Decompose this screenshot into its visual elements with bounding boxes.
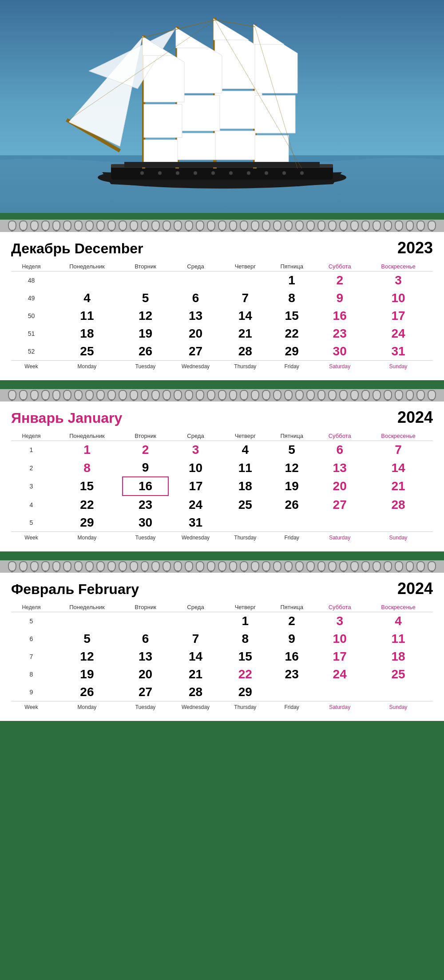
day-cell: 20 <box>316 477 364 496</box>
week-num: 5 <box>11 514 52 532</box>
week-num: 51 <box>11 325 52 342</box>
dec-month-en: December <box>75 240 143 256</box>
day-cell: 1 <box>223 612 268 630</box>
day-cell: 26 <box>268 496 316 514</box>
day-cell: 30 <box>123 514 168 532</box>
day-cell: 24 <box>364 325 433 342</box>
feb-th-mon: Понедельник <box>52 602 123 612</box>
day-cell-highlighted: 16 <box>123 477 168 496</box>
svg-point-20 <box>300 171 304 175</box>
jan-th-wed: Среда <box>168 431 223 441</box>
day-cell: 2 <box>316 272 364 290</box>
day-cell: 12 <box>268 459 316 477</box>
table-row: 2 8 9 10 11 12 13 14 <box>11 459 433 477</box>
day-cell: 24 <box>168 496 223 514</box>
day-name-sun: Sunday <box>364 701 433 712</box>
jan-th-mon: Понедельник <box>52 431 123 441</box>
day-cell <box>168 612 223 630</box>
top-separator-dec <box>0 213 444 220</box>
dec-grid: Неделя Понедельник Вторник Среда Четверг… <box>11 262 433 371</box>
jan-month-title: Январь January <box>11 410 122 426</box>
dec-th-mon: Понедельник <box>52 262 123 272</box>
day-cell: 15 <box>52 477 123 496</box>
feb-grid: Неделя Понедельник Вторник Среда Четверг… <box>11 602 433 712</box>
day-cell: 6 <box>123 630 168 648</box>
day-cell: 21 <box>223 325 268 342</box>
day-cell: 4 <box>223 441 268 459</box>
day-cell: 6 <box>316 441 364 459</box>
feb-th-wed: Среда <box>168 602 223 612</box>
table-row: 52 25 26 27 28 29 30 31 <box>11 342 433 361</box>
day-cell <box>364 683 433 701</box>
day-cell: 6 <box>168 289 223 307</box>
jan-th-sat: Суббота <box>316 431 364 441</box>
day-cell: 8 <box>52 459 123 477</box>
day-cell <box>52 272 123 290</box>
day-cell: 23 <box>123 496 168 514</box>
dec-th-fri: Пятница <box>268 262 316 272</box>
day-name-tue: Tuesday <box>123 532 168 543</box>
day-cell: 2 <box>123 441 168 459</box>
calendar-february: Февраль February 2024 Неделя Понедельник… <box>0 573 444 721</box>
day-cell: 14 <box>168 648 223 665</box>
jan-day-names-row: Week Monday Tuesday Wednesday Thursday F… <box>11 532 433 543</box>
day-cell <box>223 272 268 290</box>
table-row: 49 4 5 6 7 8 9 10 <box>11 289 433 307</box>
day-cell: 21 <box>364 477 433 496</box>
week-num: 49 <box>11 289 52 307</box>
ship-image <box>0 0 444 213</box>
day-cell <box>316 683 364 701</box>
week-num: 6 <box>11 630 52 648</box>
day-name-sun: Sunday <box>364 361 433 372</box>
dec-th-sat: Суббота <box>316 262 364 272</box>
calendar-january: Январь January 2024 Неделя Понедельник В… <box>0 401 444 551</box>
day-name-mon: Monday <box>52 532 123 543</box>
day-cell: 12 <box>52 648 123 665</box>
day-cell: 16 <box>268 648 316 665</box>
day-name-sun: Sunday <box>364 532 433 543</box>
day-cell: 3 <box>168 441 223 459</box>
day-cell <box>268 683 316 701</box>
day-cell: 7 <box>223 289 268 307</box>
spiral-dec <box>0 220 444 232</box>
day-name-sat: Saturday <box>316 532 364 543</box>
jan-th-week: Неделя <box>11 431 52 441</box>
day-cell: 9 <box>123 459 168 477</box>
week-num: 9 <box>11 683 52 701</box>
day-name-fri: Friday <box>268 361 316 372</box>
week-num: 1 <box>11 441 52 459</box>
day-cell: 26 <box>52 683 123 701</box>
jan-month-en: January <box>67 410 122 426</box>
day-cell: 8 <box>223 630 268 648</box>
day-cell: 24 <box>316 665 364 683</box>
day-name-tue: Tuesday <box>123 361 168 372</box>
day-cell: 17 <box>316 648 364 665</box>
day-cell: 9 <box>316 289 364 307</box>
day-name-thu: Thursday <box>223 361 268 372</box>
spiral-jan <box>0 389 444 401</box>
day-cell: 19 <box>123 325 168 342</box>
dec-month-ru: Декабрь <box>11 240 71 256</box>
jan-header-row: Неделя Понедельник Вторник Среда Четверг… <box>11 431 433 441</box>
table-row: 51 18 19 20 21 22 23 24 <box>11 325 433 342</box>
day-name-tue: Tuesday <box>123 701 168 712</box>
day-cell: 20 <box>123 665 168 683</box>
day-name-thu: Thursday <box>223 701 268 712</box>
week-num: 3 <box>11 477 52 496</box>
day-cell: 13 <box>316 459 364 477</box>
day-cell: 27 <box>168 342 223 361</box>
day-cell: 17 <box>168 477 223 496</box>
dec-th-thu: Четверг <box>223 262 268 272</box>
day-cell: 14 <box>364 459 433 477</box>
week-num: 48 <box>11 272 52 290</box>
day-cell: 7 <box>364 441 433 459</box>
table-row: 1 1 2 3 4 5 6 7 <box>11 441 433 459</box>
dec-th-tue: Вторник <box>123 262 168 272</box>
svg-rect-10 <box>124 162 320 167</box>
svg-point-18 <box>265 171 268 175</box>
bottom-padding <box>0 721 444 730</box>
jan-th-tue: Вторник <box>123 431 168 441</box>
table-row: 7 12 13 14 15 16 17 18 <box>11 648 433 665</box>
week-num: 8 <box>11 665 52 683</box>
jan-header: Январь January 2024 <box>11 408 433 427</box>
